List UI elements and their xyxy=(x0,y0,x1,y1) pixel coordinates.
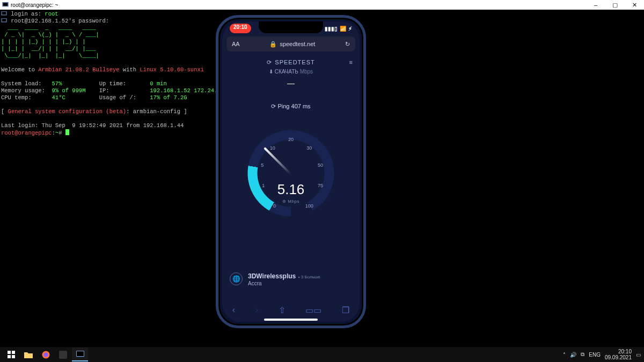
svg-rect-7 xyxy=(12,351,15,354)
banner-line-2: / _ \| _ \(_) | _ \ / ___| xyxy=(1,32,99,38)
banner-line-4: | |_| | __/| | | __/| |___ xyxy=(1,46,99,52)
welcome-os: Armbian 21.08.2 Bullseye xyxy=(38,67,119,73)
prompt-symbol: # xyxy=(58,130,65,136)
bookmarks-button[interactable]: ▭▭ xyxy=(305,305,321,315)
server-info[interactable]: 🌐 3DWirelessplus • 3 Больше Accra xyxy=(230,271,352,286)
safari-address-bar[interactable]: AA 🔒 speedtest.net ↻ xyxy=(226,36,355,51)
mem-label: Memory usage: xyxy=(1,87,45,94)
svg-rect-8 xyxy=(8,355,11,358)
taskbar-explorer-button[interactable] xyxy=(20,348,36,361)
reload-button[interactable]: ↻ xyxy=(345,41,350,48)
tray-clock[interactable]: 20:10 09.09.2021 xyxy=(605,349,632,360)
cfg-bracket-open: [ xyxy=(1,108,8,115)
download-value: — xyxy=(222,79,360,87)
svg-rect-12 xyxy=(59,351,67,359)
gauge-tick-30: 30 xyxy=(306,145,312,151)
generic-app-icon xyxy=(59,351,67,359)
login-label: login as: xyxy=(11,11,45,17)
globe-icon: 🌐 xyxy=(230,272,243,285)
window-maximize-button[interactable]: ▢ xyxy=(605,0,625,10)
gauge-value: 5.16 xyxy=(277,181,305,197)
speedtest-brand: SPEEDTEST xyxy=(275,59,314,65)
cfg-label: General system configuration (beta) xyxy=(8,108,127,115)
menu-button[interactable]: ≡ xyxy=(349,59,353,65)
welcome-mid: with xyxy=(120,67,140,73)
phone-frame: 20:10 ▮▮▮▯ 📶 ⚡︎ AA 🔒 speedtest.net ↻ ⟳ S… xyxy=(216,15,366,328)
gauge-tick-5: 5 xyxy=(261,162,264,168)
tray-action-center-button[interactable]: ▭ xyxy=(636,352,641,358)
cpu-label: CPU temp: xyxy=(1,94,32,101)
usage-value: 17% of 7.2G xyxy=(150,94,187,101)
password-prompt: root@192.168.1.52's password: xyxy=(11,18,109,24)
server-more: • 3 Больше xyxy=(298,275,320,279)
share-button[interactable]: ⇧ xyxy=(279,305,286,315)
login-user: root xyxy=(45,11,58,17)
status-time[interactable]: 20:10 xyxy=(230,24,251,33)
clock-date: 09.09.2021 xyxy=(605,354,632,360)
signal-icon: ▮▮▮▯ xyxy=(325,26,338,32)
uptime-value: 0 min xyxy=(150,80,167,87)
gauge-tick-10: 10 xyxy=(270,145,275,151)
windows-taskbar: ˄ 🔊 ⧉ ENG 20:10 09.09.2021 ▭ xyxy=(0,347,644,362)
welcome-kernel: Linux 5.10.60-sunxi xyxy=(140,67,204,73)
mem-value: 9% of 999M xyxy=(52,87,86,94)
download-label: ⬇ СКАЧАТЬ xyxy=(269,69,298,75)
folder-icon xyxy=(24,351,33,358)
cursor-icon xyxy=(65,129,69,135)
phone-screen: 20:10 ▮▮▮▯ 📶 ⚡︎ AA 🔒 speedtest.net ↻ ⟳ S… xyxy=(222,21,360,322)
gauge-tick-20: 20 xyxy=(288,137,294,142)
text-size-button[interactable]: AA xyxy=(232,41,240,47)
battery-icon: ⚡︎ xyxy=(348,26,352,32)
gauge-readout: 5.16 ⊚ Mbps xyxy=(277,181,305,204)
nav-back-button[interactable]: ‹ xyxy=(232,305,235,315)
taskbar-app-button[interactable] xyxy=(55,348,71,361)
gauge-tick-100: 100 xyxy=(305,203,313,209)
usage-label: Usage of /: xyxy=(99,94,136,101)
ip-label: IP: xyxy=(99,87,109,94)
banner-line-1: ___ ____ _ ____ ____ xyxy=(1,25,99,31)
clock-time: 20:10 xyxy=(605,349,632,354)
welcome-pre: Welcome to xyxy=(1,67,38,73)
status-bar: 20:10 ▮▮▮▯ 📶 ⚡︎ xyxy=(222,24,360,33)
cpu-value: 41°C xyxy=(52,94,65,101)
start-button[interactable] xyxy=(3,348,19,361)
taskbar-putty-button[interactable] xyxy=(72,348,88,361)
tray-sound-icon[interactable]: 🔊 xyxy=(570,352,576,358)
server-location: Accra xyxy=(248,280,320,286)
safari-toolbar: ‹ › ⇧ ▭▭ ❐ xyxy=(222,302,360,317)
window-title: root@orangepipc: ~ xyxy=(11,2,58,8)
url-host: speedtest.net xyxy=(280,41,315,47)
wifi-icon: 📶 xyxy=(340,26,346,32)
last-login: Last login: Thu Sep 9 19:52:49 2021 from… xyxy=(1,122,184,129)
gauge-unit: ⊚ Mbps xyxy=(277,199,305,204)
speedtest-header: ⟳ SPEEDTEST ≡ xyxy=(222,55,360,70)
tray-network-icon[interactable]: ⧉ xyxy=(581,351,584,358)
putty-icon xyxy=(2,2,9,8)
ping-label: ⟳ Ping 407 ms xyxy=(222,103,360,110)
banner-line-3: | | | | |_) | | | |_) | | xyxy=(1,39,99,45)
gauge-tick-50: 50 xyxy=(318,162,323,168)
svg-rect-9 xyxy=(12,355,15,358)
banner-line-5: \___/|_| |_| |_| \____| xyxy=(1,53,99,59)
nav-forward-button[interactable]: › xyxy=(255,305,258,315)
windows-logo-icon xyxy=(8,351,15,358)
taskbar-firefox-button[interactable] xyxy=(38,348,54,361)
tabs-button[interactable]: ❐ xyxy=(342,305,349,315)
tray-language-button[interactable]: ENG xyxy=(589,352,601,358)
svg-rect-3 xyxy=(2,12,6,15)
speed-gauge: 0 1 5 10 20 30 50 75 100 5.16 ⊚ Mbps xyxy=(240,122,342,224)
gauge-tick-75: 75 xyxy=(318,183,323,188)
tray-chevron-button[interactable]: ˄ xyxy=(563,352,566,358)
uptime-label: Up time: xyxy=(99,80,126,87)
gauge-tick-0: 0 xyxy=(273,203,276,209)
speedtest-logo-icon: ⟳ xyxy=(267,59,272,66)
home-indicator[interactable] xyxy=(264,319,318,321)
server-name: 3DWirelessplus xyxy=(248,272,296,280)
svg-rect-5 xyxy=(2,19,6,22)
window-minimize-button[interactable]: – xyxy=(586,0,605,10)
terminal[interactable]: login as: root root@192.168.1.52's passw… xyxy=(1,11,228,137)
sysload-label: System load: xyxy=(1,80,42,87)
gauge-tick-1: 1 xyxy=(262,183,265,188)
svg-point-11 xyxy=(43,352,48,357)
window-close-button[interactable]: ✕ xyxy=(625,0,644,10)
